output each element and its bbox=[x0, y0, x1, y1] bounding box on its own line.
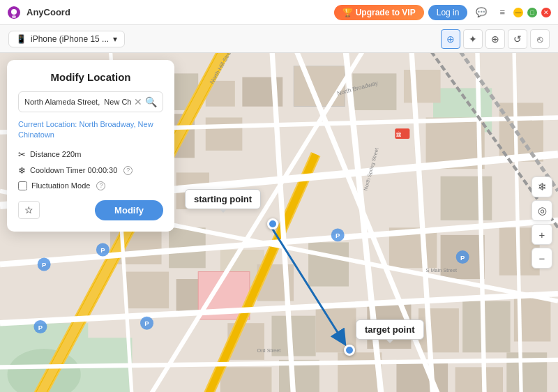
svg-rect-14 bbox=[404, 70, 441, 103]
circle-target-btn[interactable]: ◎ bbox=[531, 200, 552, 221]
cooldown-row: ❄ Cooldown Timer 00:00:30 ? bbox=[18, 165, 163, 176]
starting-point-callout: starting point bbox=[185, 189, 261, 209]
discord-button[interactable]: 💬 bbox=[472, 6, 491, 19]
title-left: AnyCoord bbox=[7, 6, 70, 20]
svg-text:P: P bbox=[100, 246, 105, 254]
svg-rect-25 bbox=[125, 272, 169, 309]
distance-row: ✂ Distance 220m bbox=[18, 149, 163, 160]
svg-rect-29 bbox=[308, 242, 349, 286]
maximize-button[interactable]: □ bbox=[527, 8, 537, 17]
sidebar-footer: ☆ Modify bbox=[18, 200, 163, 220]
svg-text:P: P bbox=[144, 319, 149, 327]
svg-text:P: P bbox=[42, 261, 46, 269]
title-bar: AnyCoord 🏆 Upgrade to VIP Log in 💬 ≡ — □… bbox=[0, 0, 558, 25]
svg-text:P: P bbox=[38, 324, 43, 331]
close-button[interactable]: ✕ bbox=[541, 8, 551, 17]
cooldown-label: Cooldown Timer 00:00:30 bbox=[30, 166, 117, 174]
device-name: iPhone (iPhone 15 ... bbox=[31, 34, 109, 44]
snowflake-btn[interactable]: ❄ bbox=[531, 176, 552, 197]
fluctuation-row: Fluctuation Mode ? bbox=[18, 181, 163, 190]
svg-point-2 bbox=[12, 15, 16, 18]
svg-text:P: P bbox=[460, 254, 465, 262]
title-right: 🏆 Upgrade to VIP Log in 💬 ≡ — □ ✕ bbox=[334, 5, 551, 20]
svg-rect-21 bbox=[441, 176, 492, 220]
cooldown-icon: ❄ bbox=[18, 165, 26, 176]
svg-rect-37 bbox=[418, 308, 459, 352]
star-button[interactable]: ☆ bbox=[18, 201, 40, 219]
dropdown-icon: ▾ bbox=[113, 34, 117, 44]
search-input[interactable] bbox=[24, 98, 131, 106]
svg-rect-40 bbox=[220, 367, 272, 392]
distance-label: Distance 220m bbox=[30, 150, 81, 158]
device-selector[interactable]: 📱 iPhone (iPhone 15 ... ▾ bbox=[8, 31, 125, 47]
main-area: North Hill Street North Broadway North S… bbox=[0, 53, 558, 392]
menu-button[interactable]: ≡ bbox=[495, 6, 509, 19]
sidebar-panel: Modify Location ✕ 🔍 Current Location: No… bbox=[7, 60, 174, 232]
upgrade-button[interactable]: 🏆 Upgrade to VIP bbox=[334, 5, 423, 20]
login-button[interactable]: Log in bbox=[428, 5, 468, 20]
scissors-icon: ✂ bbox=[18, 149, 26, 160]
fluctuation-label: Fluctuation Mode bbox=[31, 181, 90, 190]
target-point-callout: target point bbox=[356, 319, 424, 340]
sidebar-title: Modify Location bbox=[18, 71, 163, 83]
right-toolbar: ❄ ◎ + − bbox=[531, 176, 552, 269]
svg-text:🏛: 🏛 bbox=[396, 131, 402, 138]
cooldown-help-icon[interactable]: ? bbox=[123, 166, 133, 175]
search-btn[interactable]: 🔍 bbox=[145, 96, 157, 107]
modify-button[interactable]: Modify bbox=[95, 200, 163, 220]
device-tools: ⊕ ✦ ⊕ ↺ ⎋ bbox=[441, 29, 550, 49]
svg-rect-38 bbox=[462, 301, 510, 353]
zoom-out-btn[interactable]: − bbox=[531, 248, 552, 269]
svg-point-1 bbox=[11, 9, 17, 15]
search-box: ✕ 🔍 bbox=[18, 91, 163, 112]
svg-rect-43 bbox=[396, 360, 448, 392]
clear-search-btn[interactable]: ✕ bbox=[134, 96, 142, 107]
fluctuation-help-icon[interactable]: ? bbox=[96, 181, 105, 190]
svg-rect-13 bbox=[352, 73, 396, 110]
app-title: AnyCoord bbox=[27, 7, 70, 17]
star-tool-btn[interactable]: ✦ bbox=[463, 29, 483, 49]
minimize-button[interactable]: — bbox=[513, 8, 523, 17]
add-tool-btn[interactable]: ⊕ bbox=[485, 29, 505, 49]
app-logo-icon bbox=[7, 6, 21, 20]
fluctuation-checkbox[interactable] bbox=[18, 181, 27, 190]
svg-text:S Main Street: S Main Street bbox=[426, 267, 458, 273]
device-bar: 📱 iPhone (iPhone 15 ... ▾ ⊕ ✦ ⊕ ↺ ⎋ bbox=[0, 25, 558, 53]
svg-text:P: P bbox=[335, 232, 340, 239]
target-marker[interactable] bbox=[344, 345, 355, 356]
rotate-tool-btn[interactable]: ↺ bbox=[508, 29, 527, 49]
svg-rect-17 bbox=[206, 117, 243, 150]
zoom-in-btn[interactable]: + bbox=[531, 224, 552, 245]
current-location[interactable]: Current Location: North Broadway, New Ch… bbox=[18, 119, 163, 141]
start-marker[interactable] bbox=[267, 218, 278, 229]
location-tool-btn[interactable]: ⊕ bbox=[441, 29, 460, 49]
phone-icon: 📱 bbox=[16, 34, 27, 44]
svg-text:Ord Street: Ord Street bbox=[257, 347, 280, 354]
export-tool-btn[interactable]: ⎋ bbox=[530, 29, 550, 49]
svg-rect-44 bbox=[455, 367, 503, 392]
